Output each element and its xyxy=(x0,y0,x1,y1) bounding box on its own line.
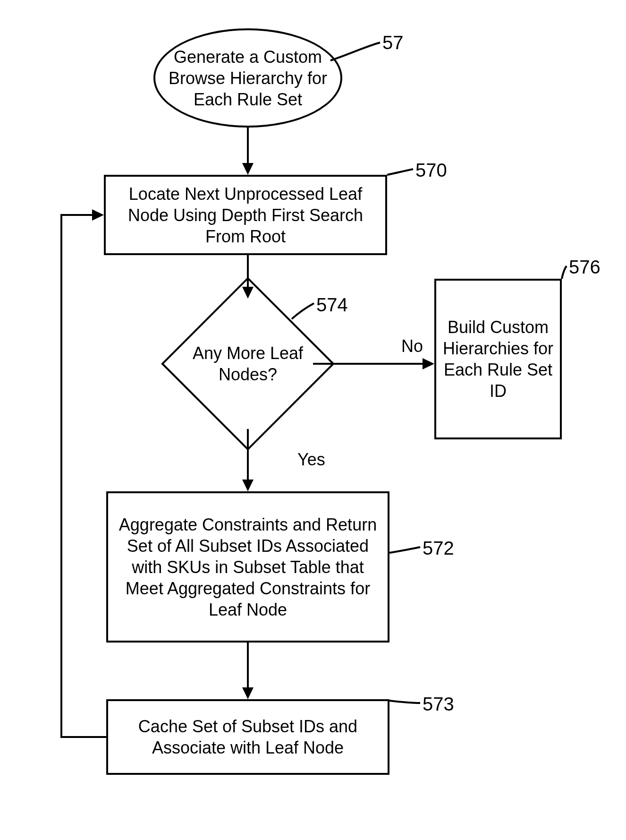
flowchart-canvas: Generate a Custom Browse Hierarchy for E… xyxy=(0,0,626,840)
node-start: Generate a Custom Browse Hierarchy for E… xyxy=(153,28,342,128)
node-build-text: Build Custom Hierarchies for Each Rule S… xyxy=(441,317,555,402)
edge-yes-label: Yes xyxy=(297,451,325,468)
svg-marker-5 xyxy=(242,480,254,491)
node-decision: Any More Leaf Nodes? xyxy=(186,302,309,425)
ref-decision: 574 xyxy=(316,295,348,314)
node-locate: Locate Next Unprocessed Leaf Node Using … xyxy=(104,175,387,255)
node-build: Build Custom Hierarchies for Each Rule S… xyxy=(434,279,562,439)
ref-build: 576 xyxy=(569,257,601,276)
node-start-text: Generate a Custom Browse Hierarchy for E… xyxy=(165,46,331,110)
node-aggregate: Aggregate Constraints and Return Set of … xyxy=(106,491,389,643)
node-decision-text: Any More Leaf Nodes? xyxy=(186,343,309,385)
edge-no-label: No xyxy=(401,338,423,355)
node-cache: Cache Set of Subset IDs and Associate wi… xyxy=(106,699,389,775)
node-locate-text: Locate Next Unprocessed Leaf Node Using … xyxy=(110,183,381,247)
svg-marker-7 xyxy=(423,358,434,369)
ref-cache: 573 xyxy=(423,694,454,713)
node-cache-text: Cache Set of Subset IDs and Associate wi… xyxy=(113,716,383,758)
svg-marker-1 xyxy=(242,163,254,175)
ref-start: 57 xyxy=(382,33,404,52)
ref-aggregate: 572 xyxy=(423,539,454,557)
node-aggregate-text: Aggregate Constraints and Return Set of … xyxy=(113,514,383,620)
svg-marker-10 xyxy=(92,209,104,221)
svg-marker-9 xyxy=(242,687,254,699)
ref-locate: 570 xyxy=(415,161,447,180)
